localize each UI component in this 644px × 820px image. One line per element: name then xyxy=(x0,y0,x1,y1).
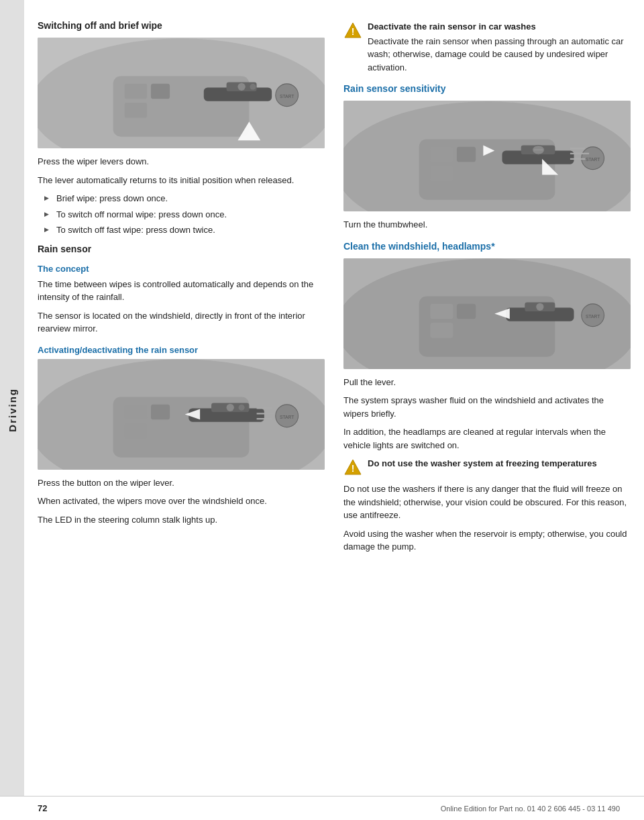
svg-rect-57 xyxy=(457,304,476,319)
warning2-body2: Avoid using the washer when the reservoi… xyxy=(343,527,631,554)
warning-icon-1: ! xyxy=(343,21,362,40)
rain-sensor-activate-image: START xyxy=(38,359,325,470)
section4-body1: Pull the lever. xyxy=(343,376,631,389)
section4-title: Clean the windshield, headlamps* xyxy=(343,241,631,252)
wiper-switch-image: START xyxy=(38,38,325,148)
svg-rect-40 xyxy=(431,146,453,162)
section2-title: Rain sensor xyxy=(38,244,325,254)
bullet-2: To switch off normal wipe: press down on… xyxy=(44,208,325,221)
section4-body2: The system sprays washer fluid on the wi… xyxy=(343,394,631,420)
svg-rect-7 xyxy=(125,83,148,99)
svg-rect-24 xyxy=(125,405,148,420)
subsection1-title: The concept xyxy=(38,264,325,274)
svg-point-19 xyxy=(239,405,245,411)
subsection1-body2: The sensor is located on the windshield,… xyxy=(38,309,325,336)
section3-body: Turn the thumbwheel. xyxy=(343,218,631,232)
bullet-1: Brief wipe: press down once. xyxy=(44,192,325,205)
subsection2-body3: The LED in the steering column stalk lig… xyxy=(38,513,325,527)
svg-rect-26 xyxy=(151,405,170,420)
svg-text:START: START xyxy=(586,157,600,162)
sidebar-tab: Driving xyxy=(0,0,24,820)
warning-box-1: ! Deactivate the rain sensor in car wash… xyxy=(343,20,631,74)
subsection2-body2: When activated, the wipers move over the… xyxy=(38,495,325,508)
section1-body2: The lever automatically returns to its i… xyxy=(38,174,325,187)
svg-point-6 xyxy=(250,83,256,89)
warning-box-2: ! Do not use the washer system at freezi… xyxy=(343,457,631,477)
windshield-clean-image: START xyxy=(343,258,631,369)
svg-point-5 xyxy=(237,83,245,90)
section3-title: Rain sensor sensitivity xyxy=(343,83,631,94)
right-column: ! Deactivate the rain sensor in car wash… xyxy=(343,20,631,559)
page-footer: 72 Online Edition for Part no. 01 40 2 6… xyxy=(0,796,644,820)
svg-text:START: START xyxy=(586,314,600,319)
svg-point-18 xyxy=(227,404,234,411)
svg-text:!: ! xyxy=(352,26,355,37)
warning2-body1: Do not use the washers if there is any d… xyxy=(343,482,631,522)
left-column: Switching off and brief wipe xyxy=(38,20,325,559)
edition-text: Online Edition for Part no. 01 40 2 606 … xyxy=(441,805,620,813)
svg-text:START: START xyxy=(280,415,294,419)
warning-icon-2: ! xyxy=(343,458,362,477)
svg-rect-42 xyxy=(457,146,476,162)
svg-rect-56 xyxy=(431,323,453,338)
subsection2-body1: Press the button on the wiper lever. xyxy=(38,476,325,490)
bullet-3: To switch off fast wipe: press down twic… xyxy=(44,223,325,237)
svg-text:START: START xyxy=(280,94,294,99)
warning2-title: Do not use the washer system at freezing… xyxy=(368,457,597,470)
section1-bullets: Brief wipe: press down once. To switch o… xyxy=(44,192,325,237)
svg-rect-8 xyxy=(125,103,148,118)
svg-text:!: ! xyxy=(352,463,355,474)
rain-sensor-sensitivity-image: START xyxy=(343,101,631,211)
subsection1-body1: The time between wipes is controlled aut… xyxy=(38,278,325,304)
svg-rect-55 xyxy=(431,304,453,319)
warning1-body: Deactivate the rain sensor when passing … xyxy=(368,35,631,74)
page-number: 72 xyxy=(38,803,47,813)
section4-body3: In addition, the headlamps are cleaned a… xyxy=(343,425,631,452)
section1-title: Switching off and brief wipe xyxy=(38,20,325,31)
warning1-title: Deactivate the rain sensor in car washes xyxy=(368,20,631,34)
section1-body1: Press the wiper levers down. xyxy=(38,155,325,168)
svg-rect-41 xyxy=(431,166,453,181)
sidebar-label: Driving xyxy=(7,388,18,432)
svg-point-53 xyxy=(536,303,543,311)
subsection2-title: Activating/deactivating the rain sensor xyxy=(38,345,325,355)
svg-rect-9 xyxy=(151,83,170,99)
svg-rect-25 xyxy=(125,423,148,439)
